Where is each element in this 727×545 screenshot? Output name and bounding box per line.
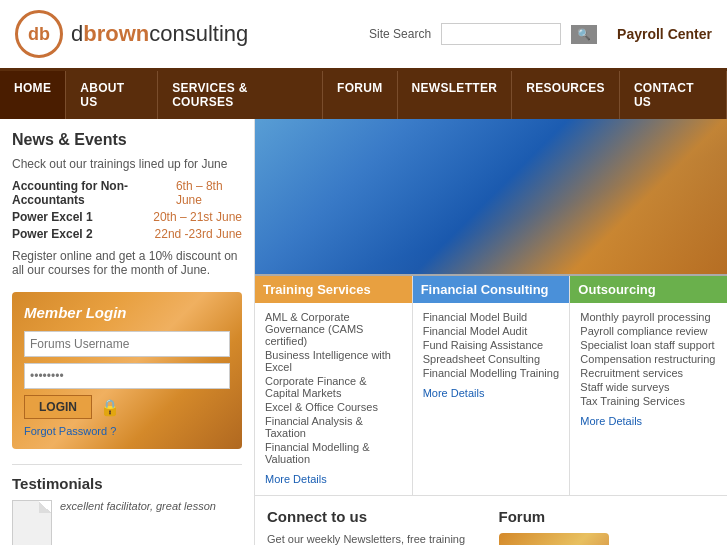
list-item: Financial Model Audit — [423, 325, 560, 337]
list-item: Specialist loan staff support — [580, 339, 717, 351]
nav-resources[interactable]: RESOURCES — [512, 71, 620, 119]
outsourcing-more-details-link[interactable]: More Details — [580, 415, 717, 427]
site-search-label: Site Search — [369, 27, 431, 41]
username-field[interactable] — [24, 331, 230, 357]
event-row-3: Power Excel 2 22nd -23rd June — [12, 227, 242, 241]
connect-text: Get our weekly Newsletters, free trainin… — [267, 533, 484, 545]
event-3-name: Power Excel 2 — [12, 227, 93, 241]
nav-about[interactable]: ABOUT US — [66, 71, 158, 119]
financial-consulting-card: Financial Consulting Financial Model Bui… — [413, 276, 571, 495]
header-right: Site Search 🔍 Payroll Center — [369, 23, 712, 45]
outsourcing-card: Outsourcing Monthly payroll processing P… — [570, 276, 727, 495]
logo-text: dbrownconsulting — [71, 21, 248, 47]
event-1-date[interactable]: 6th – 8th June — [176, 179, 242, 207]
nav-services[interactable]: SERVICES & COURSES — [158, 71, 323, 119]
list-item: Financial Model Build — [423, 311, 560, 323]
list-item: Fund Raising Assistance — [423, 339, 560, 351]
main-content: News & Events Check out our trainings li… — [0, 119, 727, 545]
list-item: Corporate Finance & Capital Markets — [265, 375, 402, 399]
main-nav: HOME ABOUT US SERVICES & COURSES FORUM N… — [0, 71, 727, 119]
testimonial-icon — [12, 500, 52, 545]
list-item: Payroll compliance review — [580, 325, 717, 337]
testimonial-text: excellent facilitator, great lesson — [60, 500, 216, 512]
testimonials-title: Testimonials — [12, 475, 242, 492]
site-search-input[interactable] — [441, 23, 561, 45]
training-services-title: Training Services — [255, 276, 412, 303]
list-item: Monthly payroll processing — [580, 311, 717, 323]
list-item: Compensation restructuring — [580, 353, 717, 365]
news-events-intro: Check out our trainings lined up for Jun… — [12, 157, 242, 171]
nav-forum[interactable]: FORUM — [323, 71, 398, 119]
event-2-date[interactable]: 20th – 21st June — [153, 210, 242, 224]
member-login-title: Member Login — [24, 304, 230, 321]
list-item: Staff wide surveys — [580, 381, 717, 393]
forum-image: Get talking — [499, 533, 609, 545]
services-row: Training Services AML & Corporate Govern… — [255, 274, 727, 495]
login-button[interactable]: LOGIN — [24, 395, 92, 419]
news-events-section: News & Events Check out our trainings li… — [12, 131, 242, 277]
forum-section: Forum Get talking DISCUSS, LEARN — [499, 508, 716, 545]
training-services-list: AML & Corporate Governance (CAMS certifi… — [265, 311, 402, 465]
list-item: Financial Analysis & Taxation — [265, 415, 402, 439]
list-item: Financial Modelling Training — [423, 367, 560, 379]
event-3-date[interactable]: 22nd -23rd June — [155, 227, 242, 241]
logo-area: db dbrownconsulting — [15, 10, 248, 58]
logo-icon: db — [15, 10, 63, 58]
list-item: AML & Corporate Governance (CAMS certifi… — [265, 311, 402, 347]
outsourcing-title: Outsourcing — [570, 276, 727, 303]
forgot-password-link[interactable]: Forgot Password ? — [24, 425, 230, 437]
list-item: Tax Training Services — [580, 395, 717, 407]
list-item: Recruitment services — [580, 367, 717, 379]
event-row-1: Accounting for Non-Accountants 6th – 8th… — [12, 179, 242, 207]
nav-newsletter[interactable]: NEWSLETTER — [398, 71, 513, 119]
register-text: Register online and get a 10% discount o… — [12, 249, 242, 277]
financial-consulting-title: Financial Consulting — [413, 276, 570, 303]
financial-services-list: Financial Model Build Financial Model Au… — [423, 311, 560, 379]
bottom-row: Connect to us Get our weekly Newsletters… — [255, 495, 727, 545]
list-item: Spreadsheet Consulting — [423, 353, 560, 365]
training-more-details-link[interactable]: More Details — [265, 473, 402, 485]
testimonials-section: Testimonials excellent facilitator, grea… — [12, 464, 242, 545]
header: db dbrownconsulting Site Search 🔍 Payrol… — [0, 0, 727, 71]
event-2-name: Power Excel 1 — [12, 210, 93, 224]
member-login-section: Member Login LOGIN 🔒 Forgot Password ? — [12, 292, 242, 449]
left-column: News & Events Check out our trainings li… — [0, 119, 255, 545]
event-row-2: Power Excel 1 20th – 21st June — [12, 210, 242, 224]
right-column: Training Services AML & Corporate Govern… — [255, 119, 727, 545]
event-1-name: Accounting for Non-Accountants — [12, 179, 176, 207]
nav-home[interactable]: HOME — [0, 71, 66, 119]
training-services-card: Training Services AML & Corporate Govern… — [255, 276, 413, 495]
password-field[interactable] — [24, 363, 230, 389]
list-item: Financial Modelling & Valuation — [265, 441, 402, 465]
financial-more-details-link[interactable]: More Details — [423, 387, 560, 399]
payroll-center-link[interactable]: Payroll Center — [617, 26, 712, 42]
testimonial-content: excellent facilitator, great lesson — [12, 500, 242, 545]
search-button[interactable]: 🔍 — [571, 25, 597, 44]
forum-title: Forum — [499, 508, 716, 525]
list-item: Business Intelligence with Excel — [265, 349, 402, 373]
hero-image — [255, 119, 727, 274]
connect-section: Connect to us Get our weekly Newsletters… — [267, 508, 484, 545]
news-events-title: News & Events — [12, 131, 242, 149]
hero-overlay — [255, 119, 727, 274]
outsourcing-services-list: Monthly payroll processing Payroll compl… — [580, 311, 717, 407]
list-item: Excel & Office Courses — [265, 401, 402, 413]
nav-contact[interactable]: CONTACT US — [620, 71, 727, 119]
connect-title: Connect to us — [267, 508, 484, 525]
